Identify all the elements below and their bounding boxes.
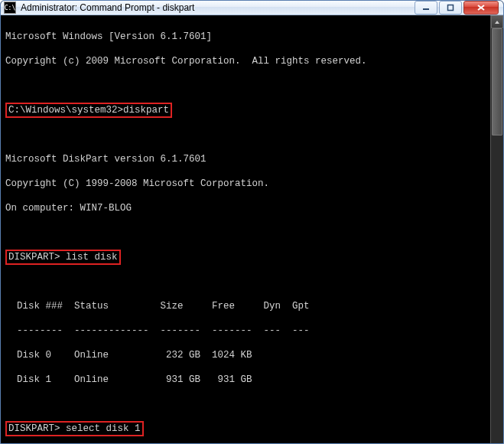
disk-table-separator: -------- ------------- ------- ------- -… bbox=[5, 325, 486, 337]
console-output[interactable]: Microsoft Windows [Version 6.1.7601] Cop… bbox=[1, 15, 490, 444]
diskpart-copyright-line: Copyright (C) 1999-2008 Microsoft Corpor… bbox=[5, 178, 486, 190]
window-title: Administrator: Command Prompt - diskpart bbox=[21, 2, 413, 13]
command-prompt-window: C:\ Administrator: Command Prompt - disk… bbox=[0, 0, 504, 444]
cmd-icon: C:\ bbox=[4, 2, 16, 14]
diskpart-version-line: Microsoft DiskPart version 6.1.7601 bbox=[5, 153, 486, 165]
maximize-icon bbox=[447, 4, 454, 11]
diskpart-host-line: On computer: WIN7-BLOG bbox=[5, 202, 486, 214]
scrollbar-track[interactable] bbox=[491, 28, 503, 444]
blank-line bbox=[5, 80, 486, 92]
console-area: Microsoft Windows [Version 6.1.7601] Cop… bbox=[1, 15, 503, 444]
disk-table-header: Disk ### Status Size Free Dyn Gpt bbox=[5, 300, 486, 312]
minimize-button[interactable] bbox=[415, 1, 437, 15]
command-text: select disk 1 bbox=[66, 423, 141, 434]
svg-rect-1 bbox=[448, 5, 454, 11]
disk-table-row: Disk 0 Online 232 GB 1024 KB bbox=[5, 349, 486, 361]
highlight-box: DISKPART> list disk bbox=[5, 250, 121, 265]
blank-line bbox=[5, 227, 486, 239]
close-icon bbox=[476, 4, 486, 11]
prompt-text: C:\Windows\system32> bbox=[8, 105, 123, 116]
blank-line bbox=[5, 398, 486, 410]
cmd-line-list-disk: DISKPART> list disk bbox=[5, 251, 486, 263]
maximize-button[interactable] bbox=[439, 1, 462, 15]
titlebar[interactable]: C:\ Administrator: Command Prompt - disk… bbox=[1, 1, 503, 15]
blank-line bbox=[5, 276, 486, 288]
highlight-box: DISKPART> select disk 1 bbox=[5, 421, 144, 436]
vertical-scrollbar[interactable] bbox=[490, 15, 503, 444]
os-version-line: Microsoft Windows [Version 6.1.7601] bbox=[5, 31, 486, 43]
command-text: list disk bbox=[66, 252, 118, 263]
os-copyright-line: Copyright (c) 2009 Microsoft Corporation… bbox=[5, 55, 486, 67]
cmd-icon-label: C:\ bbox=[5, 5, 15, 11]
svg-marker-4 bbox=[495, 21, 499, 24]
scroll-up-button[interactable] bbox=[491, 15, 503, 28]
window-buttons bbox=[413, 1, 499, 15]
highlight-box: C:\Windows\system32>diskpart bbox=[5, 103, 172, 118]
prompt-text: DISKPART> bbox=[8, 252, 60, 263]
disk-table-row: Disk 1 Online 931 GB 931 GB bbox=[5, 374, 486, 386]
prompt-text: DISKPART> bbox=[8, 423, 60, 434]
chevron-up-icon bbox=[494, 19, 500, 25]
scrollbar-thumb[interactable] bbox=[492, 28, 502, 135]
blank-line bbox=[5, 129, 486, 141]
command-text: diskpart bbox=[123, 105, 169, 116]
minimize-icon bbox=[422, 4, 430, 11]
close-button[interactable] bbox=[463, 1, 499, 15]
cmd-line-diskpart: C:\Windows\system32>diskpart bbox=[5, 104, 486, 116]
cmd-line-select-disk: DISKPART> select disk 1 bbox=[5, 423, 486, 435]
